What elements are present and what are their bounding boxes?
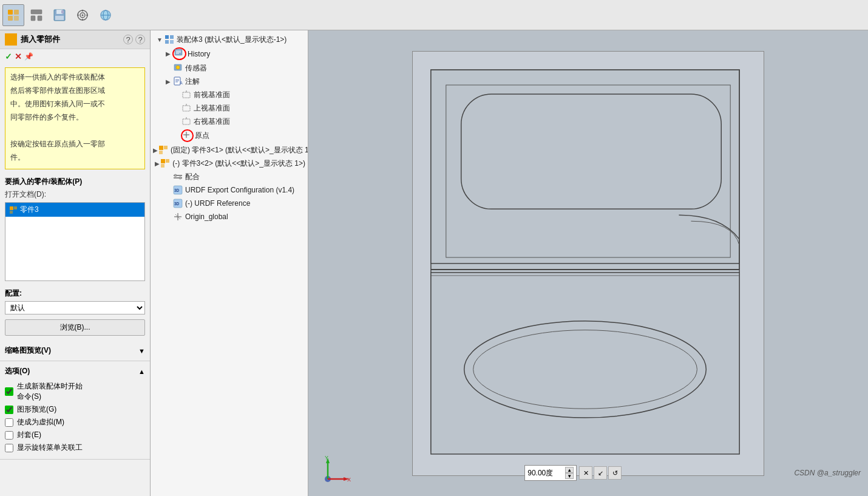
- tree-item-urdf-ref[interactable]: ▶ 3D (-) URDF Reference: [151, 197, 308, 210]
- right-plane-icon: [181, 116, 192, 127]
- tree-item-urdf-export[interactable]: ▶ 3D URDF Export Configuration (v1.4): [151, 183, 308, 197]
- tree-expand-history[interactable]: ▶: [164, 50, 172, 57]
- svg-rect-0: [8, 10, 13, 15]
- tree-item-mates[interactable]: ▶ 配合: [151, 170, 308, 183]
- angle-spin-down[interactable]: ▼: [565, 473, 574, 479]
- tree-item-front-plane[interactable]: ▶ 前视基准面: [151, 88, 308, 101]
- option-rotate-menu-checkbox[interactable]: [5, 444, 13, 452]
- tree-item-origin-global[interactable]: ▶ Origin_global: [151, 210, 308, 223]
- option-start-command-checkbox[interactable]: [5, 387, 13, 396]
- left-panel: 插入零部件 ? ? ✓ ✕ 📌 选择一供插入的零件或装配体 然后将零部件放置在图…: [0, 30, 151, 496]
- save-button[interactable]: [49, 4, 70, 26]
- angle-input-area: ▲ ▼: [524, 465, 577, 481]
- layout-button[interactable]: [25, 4, 47, 26]
- svg-rect-30: [170, 40, 174, 44]
- options-label: 选项(O): [5, 366, 30, 376]
- confirm-button[interactable]: ✓: [5, 52, 12, 61]
- info-text-1: 选择一供插入的零件或装配体: [10, 72, 140, 83]
- tree-item-sensors[interactable]: ▶ 传感器: [151, 61, 308, 75]
- tree-expand-part3-1[interactable]: ▶: [153, 147, 158, 154]
- tree-label-urdf-export: URDF Export Configuration (v1.4): [185, 186, 294, 194]
- svg-rect-10: [61, 10, 64, 13]
- svg-point-50: [186, 134, 188, 136]
- option-envelope: 封套(E): [5, 430, 145, 440]
- tree-expand-notes[interactable]: ▶: [164, 78, 172, 85]
- angle-input[interactable]: [527, 469, 564, 477]
- urdf-icon: 3D: [172, 185, 183, 195]
- angle-action-buttons: ✕ ↙ ↺: [579, 466, 622, 480]
- thumbnail-collapse-icon[interactable]: ▼: [138, 347, 145, 355]
- home-button[interactable]: [2, 4, 24, 26]
- svg-rect-1: [14, 10, 19, 15]
- parts-list-item[interactable]: 零件3: [5, 203, 144, 217]
- options-section: 选项(O) ▲ 生成新装配体时开始命令(S) 图形预览(G) 使成为虚拟(M) …: [0, 361, 150, 460]
- svg-rect-44: [183, 106, 190, 111]
- svg-rect-24: [10, 206, 13, 210]
- tree-label-mates: 配合: [185, 172, 200, 182]
- svg-rect-29: [165, 40, 169, 44]
- tree-item-part3-2[interactable]: ▶ (-) 零件3<2> (默认<<默认>_显示状态 1>): [151, 157, 308, 170]
- angle-action-3[interactable]: ↺: [608, 466, 622, 480]
- option-rotate-menu: 显示旋转菜单关联工: [5, 443, 145, 453]
- thumbnail-collapse[interactable]: 缩略图预览(V) ▼: [5, 344, 145, 357]
- tree-label-part3-2: (-) 零件3<2> (默认<<默认>_显示状态 1>): [172, 158, 305, 169]
- svg-rect-26: [10, 211, 13, 214]
- tree-item-origin[interactable]: ▶ 原点: [151, 128, 308, 143]
- bottom-bar: X Y ▲ ▼ ✕ ↙ ↺ C: [308, 455, 868, 491]
- option-graphics-preview-checkbox[interactable]: [5, 406, 13, 414]
- tree-item-assembly[interactable]: ▼ 装配体3 (默认<默认_显示状态-1>): [151, 33, 308, 46]
- help-icon-1[interactable]: ?: [123, 35, 133, 44]
- svg-rect-46: [183, 119, 190, 124]
- axis-indicator: X Y: [316, 455, 352, 491]
- option-virtual-checkbox[interactable]: [5, 418, 13, 427]
- option-envelope-checkbox[interactable]: [5, 431, 13, 440]
- svg-point-13: [82, 14, 84, 16]
- thumbnail-label: 缩略图预览(V): [5, 345, 51, 356]
- mates-icon: [172, 171, 183, 182]
- origin-icon: [182, 131, 191, 139]
- browse-button[interactable]: 浏览(B)...: [5, 319, 145, 336]
- notes-icon: A: [172, 76, 183, 87]
- part-icon-small: [9, 206, 18, 214]
- angle-spin-up[interactable]: ▲: [565, 467, 574, 473]
- insert-panel-title: 插入零部件: [5, 33, 60, 46]
- info-text-4: 同零部件的多个复件。: [10, 112, 140, 123]
- globe-button[interactable]: [95, 4, 117, 26]
- options-header[interactable]: 选项(O) ▲: [5, 365, 145, 378]
- option-rotate-menu-label: 显示旋转菜单关联工: [17, 443, 83, 453]
- help-icon-2[interactable]: ?: [135, 35, 145, 44]
- cancel-button[interactable]: ✕: [15, 52, 22, 61]
- history-highlight-circle: [172, 47, 186, 60]
- config-select[interactable]: 默认: [5, 301, 145, 314]
- pin-button[interactable]: 📌: [24, 52, 33, 61]
- open-doc-label: 打开文档(D):: [5, 189, 145, 200]
- tree-item-right-plane[interactable]: ▶ 右视基准面: [151, 115, 308, 128]
- svg-rect-51: [159, 146, 163, 150]
- config-label: 配置:: [5, 288, 145, 299]
- tree-label-origin: 原点: [195, 131, 209, 141]
- svg-rect-27: [165, 35, 169, 39]
- origin-global-icon: [172, 211, 183, 222]
- tree-expand-part3-2[interactable]: ▶: [155, 160, 160, 167]
- angle-action-1[interactable]: ✕: [579, 466, 592, 480]
- parts-label: 要插入的零件/装配体(P): [5, 177, 145, 187]
- parts-list[interactable]: 零件3: [5, 202, 145, 281]
- svg-rect-3: [14, 16, 19, 21]
- main-area: 插入零部件 ? ? ✓ ✕ 📌 选择一供插入的零件或装配体 然后将零部件放置在图…: [0, 30, 868, 496]
- cad-canvas: [412, 51, 764, 476]
- svg-text:Y: Y: [325, 455, 328, 461]
- svg-text:3D: 3D: [174, 188, 180, 192]
- svg-point-60: [179, 177, 181, 179]
- tree-item-part3-1[interactable]: ▶ (固定) 零件3<1> (默认<<默认>_显示状态 1>): [151, 143, 308, 157]
- angle-action-2[interactable]: ↙: [594, 466, 607, 480]
- options-collapse-icon[interactable]: ▲: [138, 368, 145, 375]
- action-bar: ✓ ✕ 📌: [0, 49, 150, 64]
- tree-item-notes[interactable]: ▶ A 注解: [151, 75, 308, 88]
- info-text-5: [10, 125, 140, 136]
- tree-expand-assembly[interactable]: ▼: [155, 36, 164, 43]
- target-button[interactable]: [72, 4, 93, 26]
- svg-rect-74: [431, 272, 739, 454]
- assembly-icon: [164, 34, 175, 45]
- tree-item-top-plane[interactable]: ▶ 上视基准面: [151, 101, 308, 115]
- tree-item-history[interactable]: ▶ History: [151, 46, 308, 61]
